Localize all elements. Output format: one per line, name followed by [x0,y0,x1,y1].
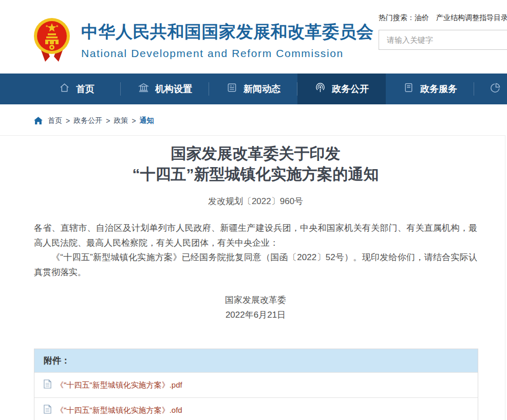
document-icon [403,82,415,96]
nav-item-label: 机构设置 [155,83,192,95]
svg-text:★: ★ [55,24,59,28]
article-paragraph: 各省、直辖市、自治区及计划单列市人民政府、新疆生产建设兵团，中央和国家机关有关部… [34,221,477,250]
nav-item-news[interactable]: 新闻动态 [209,74,297,104]
site-title: 中华人民共和国国家发展和改革委员会 [81,21,374,44]
attachments-header: 附件： [34,349,478,372]
nav-item-label: 政务服务 [420,83,457,95]
institution-icon [138,82,149,96]
file-icon [44,379,51,391]
attachments-box: 附件： 《"十四五"新型城镇化实施方案》.pdf 《"十四五"新型城镇化实施方案… [34,349,478,420]
broadcast-icon [314,82,326,96]
breadcrumb: 首页 > 政务公开 > 政策 > 通知 [34,116,507,125]
home-icon[interactable] [34,117,43,125]
attachment-link-pdf[interactable]: 《"十四五"新型城镇化实施方案》.pdf [56,380,182,390]
breadcrumb-separator: > [132,117,136,125]
nav-item-organization[interactable]: 机构设置 [121,74,209,104]
signer: 国家发展改革委 [34,293,477,307]
attachment-row-ofd: 《"十四五"新型城镇化实施方案》.ofd [34,397,478,420]
news-icon [226,82,238,96]
file-icon [44,405,51,416]
breadcrumb-separator: > [106,117,110,125]
article-body: 各省、直辖市、自治区及计划单列市人民政府、新疆生产建设兵团，中央和国家机关有关部… [34,221,477,280]
search-input[interactable] [379,30,507,49]
main-navigation: 首页 机构设置 新闻动态 政务公开 政务服务 [0,74,507,104]
svg-text:★: ★ [45,24,48,28]
attachment-link-ofd[interactable]: 《"十四五"新型城镇化实施方案》.ofd [56,406,182,415]
nav-item-data[interactable] [474,74,507,104]
search-box [379,30,507,50]
breadcrumb-disclosure[interactable]: 政务公开 [73,116,102,125]
attachment-row-pdf: 《"十四五"新型城镇化实施方案》.pdf [34,372,478,397]
nav-item-label: 政务公开 [332,83,369,95]
pie-chart-icon [489,82,501,97]
hot-search-link-catalog[interactable]: 产业结构调整指导目录 [436,13,507,22]
nav-item-label: 新闻动态 [243,83,280,95]
home-icon [59,82,70,96]
document-number: 发改规划〔2022〕960号 [34,195,477,207]
article-container: 国家发展改革委关于印发 “十四五”新型城镇化实施方案的通知 发改规划〔2022〕… [0,135,505,420]
sign-date: 2022年6月21日 [34,307,477,322]
national-emblem-logo: ★ ★ [33,14,71,66]
site-header: ★ ★ 中华人民共和国国家发展和改革委员会 National Developme… [0,0,507,74]
nav-item-government-affairs-disclosure[interactable]: 政务公开 [297,74,386,104]
nav-item-government-services[interactable]: 政务服务 [386,74,474,104]
signature-block: 国家发展改革委 2022年6月21日 [34,293,477,322]
nav-item-home[interactable]: 首页 [32,74,121,104]
article-paragraph: 《“十四五”新型城镇化实施方案》已经国务院批复同意（国函〔2022〕52号）。现… [34,250,477,280]
nav-item-label: 首页 [76,83,95,95]
hot-search-bar: 热门搜索：油价产业结构调整指导目录 [379,13,507,23]
article-title-line1: 国家发展改革委关于印发 [34,143,477,164]
article-title: 国家发展改革委关于印发 “十四五”新型城镇化实施方案的通知 [34,143,477,185]
breadcrumb-separator: > [66,117,70,125]
breadcrumb-current-notice[interactable]: 通知 [140,116,154,125]
hot-search-label: 热门搜索： [379,13,415,22]
article-title-line2: “十四五”新型城镇化实施方案的通知 [34,164,477,185]
hot-search-link-oil[interactable]: 油价 [415,13,429,22]
site-title-english: National Development and Reform Commissi… [81,47,374,60]
breadcrumb-policy[interactable]: 政策 [114,116,128,125]
breadcrumb-home[interactable]: 首页 [48,116,62,125]
